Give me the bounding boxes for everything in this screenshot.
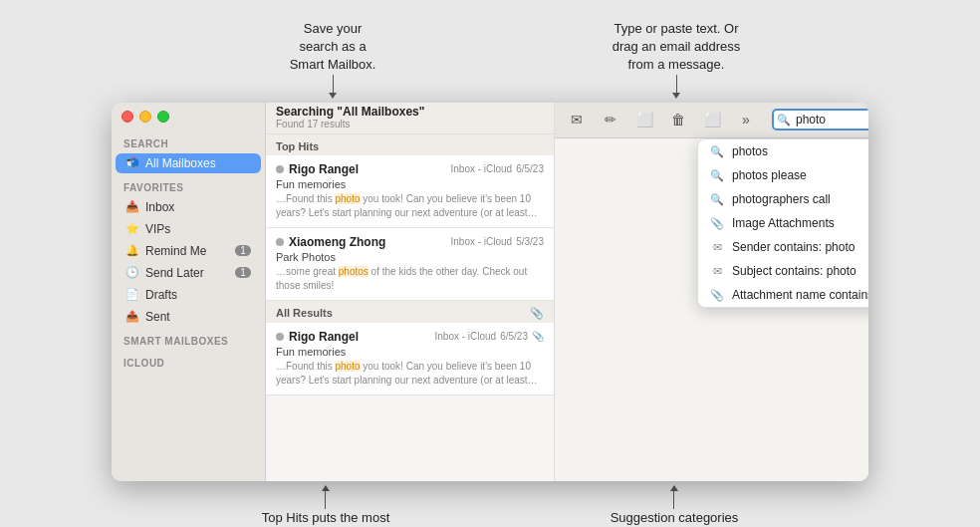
right-panel: ✉ ✏ ⬜ 🗑 ⬜ » 🔍 ✕ 🔍	[555, 103, 868, 481]
top-left-line	[333, 75, 334, 93]
bottom-left-annotation: Top Hits puts the most relevant results …	[262, 509, 390, 527]
top-right-arrow	[672, 93, 680, 99]
vip-icon: ⭐	[125, 222, 139, 236]
email-subject: Fun memories	[276, 346, 544, 358]
bottom-right-annotation: Suggestion categories vary by search.	[611, 509, 739, 527]
email-subject: Fun memories	[276, 178, 544, 190]
filter-icon[interactable]: ☺	[530, 103, 544, 105]
search-icon: 🔍	[710, 145, 724, 158]
attachment-icon: 📎	[710, 289, 724, 302]
dropdown-item-text: Image Attachments	[732, 216, 835, 230]
add-smart-mailbox-icon[interactable]: ⊕	[510, 103, 522, 105]
remind-badge: 1	[235, 245, 251, 256]
new-message-icon[interactable]: ✏	[597, 106, 624, 133]
sidebar-item-vips[interactable]: ⭐ VIPs	[116, 219, 261, 239]
email-list-panel: ⊕ ☺ Searching "All Mailboxes" Found 17 r…	[266, 103, 555, 481]
sidebar-item-drafts[interactable]: 📄 Drafts	[116, 285, 261, 305]
email-item[interactable]: Rigo Rangel Inbox - iCloud 6/5/23 Fun me…	[266, 155, 554, 228]
sent-icon: 📤	[125, 310, 139, 324]
delete-icon[interactable]: 🗑	[664, 106, 692, 133]
sidebar-item-label: Inbox	[145, 200, 174, 214]
sidebar: Search 📬 All Mailboxes Favorites 📥 Inbox…	[112, 103, 266, 481]
more-icon[interactable]: »	[732, 106, 760, 133]
top-left-annotation: Save your search as a Smart Mailbox.	[290, 20, 376, 75]
sidebar-item-label: Remind Me	[145, 244, 206, 258]
compose-icon[interactable]: ✉	[563, 106, 591, 133]
envelope-icon: ✉	[710, 241, 724, 254]
send-later-icon: 🕒	[125, 266, 139, 280]
unread-dot	[276, 238, 284, 246]
envelope-icon: ✉	[710, 265, 724, 278]
email-meta: Inbox - iCloud 5/3/23	[450, 236, 544, 247]
toolbar: ✉ ✏ ⬜ 🗑 ⬜ » 🔍 ✕ 🔍	[555, 103, 868, 138]
archive-icon[interactable]: ⬜	[630, 106, 658, 133]
email-item[interactable]: Rigo Rangel Inbox - iCloud 6/5/23 📎 Fun …	[266, 323, 554, 395]
sidebar-item-label: Drafts	[145, 288, 177, 302]
email-meta: Inbox - iCloud 6/5/23	[450, 163, 544, 174]
top-right-annotation: Type or paste text. Or drag an email add…	[612, 20, 741, 75]
sidebar-item-all-mailboxes[interactable]: 📬 All Mailboxes	[116, 153, 261, 173]
send-later-badge: 1	[235, 267, 251, 278]
unread-dot	[276, 333, 284, 341]
traffic-lights	[122, 111, 169, 123]
mail-window: Search 📬 All Mailboxes Favorites 📥 Inbox…	[112, 103, 868, 481]
dropdown-item-text: Sender contains: photo	[732, 240, 855, 254]
dropdown-item[interactable]: ✉ Subject contains: photo	[698, 259, 868, 283]
drafts-icon: 📄	[125, 288, 139, 302]
bottom-left-line	[325, 491, 326, 509]
email-sender: Rigo Rangel	[289, 162, 359, 176]
unread-dot	[276, 165, 284, 173]
dropdown-item[interactable]: 📎 Image Attachments	[698, 211, 868, 235]
email-preview: …Found this photo you took! Can you beli…	[276, 192, 544, 220]
attachment-icon: 📎	[710, 217, 724, 230]
dropdown-item[interactable]: 🔍 photos please	[698, 163, 868, 187]
close-button[interactable]	[122, 111, 133, 123]
email-sender: Rigo Rangel	[289, 330, 359, 344]
search-section-label: Search	[112, 131, 265, 152]
dropdown-item-text: Attachment name contains: photo	[732, 288, 868, 302]
search-icon: 🔍	[710, 193, 724, 206]
email-preview: …some great photos of the kids the other…	[276, 265, 544, 293]
email-subject: Park Photos	[276, 251, 544, 263]
sidebar-item-sent[interactable]: 📤 Sent	[116, 307, 261, 327]
sidebar-item-inbox[interactable]: 📥 Inbox	[116, 197, 261, 217]
found-count: Found 17 results	[276, 119, 544, 130]
sidebar-item-label: All Mailboxes	[145, 156, 216, 170]
email-sender: Xiaomeng Zhong	[289, 235, 385, 249]
fullscreen-button[interactable]	[157, 111, 169, 123]
top-hits-header: Top Hits	[266, 134, 554, 155]
sidebar-item-label: Sent	[145, 310, 170, 324]
bottom-right-line	[673, 491, 674, 509]
favorites-section-label: Favorites	[112, 174, 265, 196]
searching-title: Searching "All Mailboxes"	[276, 105, 544, 119]
search-bar-container: 🔍 ✕ 🔍 photos 🔍 photos please	[772, 109, 868, 131]
email-preview: …Found this photo you took! Can you beli…	[276, 360, 544, 388]
sidebar-item-label: Send Later	[145, 266, 204, 280]
top-left-arrow	[329, 93, 337, 99]
dropdown-item[interactable]: ✉ Sender contains: photo	[698, 235, 868, 259]
email-meta: Inbox - iCloud 6/5/23 📎	[434, 331, 544, 342]
smart-mailboxes-label: Smart Mailboxes	[112, 328, 265, 350]
all-results-header: All Results 📎	[266, 301, 554, 323]
dropdown-item[interactable]: 🔍 photographers call	[698, 187, 868, 211]
dropdown-item-text: Subject contains: photo	[732, 264, 857, 278]
sidebar-item-remind-me[interactable]: 🔔 Remind Me 1	[116, 241, 261, 261]
mailbox-icon: 📬	[125, 156, 139, 170]
top-right-line	[676, 75, 677, 93]
dropdown-item[interactable]: 📎 Attachment name contains: photo	[698, 283, 868, 307]
email-list-header: ⊕ ☺ Searching "All Mailboxes" Found 17 r…	[266, 103, 554, 134]
search-dropdown: 🔍 photos 🔍 photos please 🔍 photographers…	[697, 138, 868, 308]
dropdown-item-text: photographers call	[732, 192, 831, 206]
dropdown-item-text: photos	[732, 144, 768, 158]
dropdown-item[interactable]: 🔍 photos	[698, 139, 868, 163]
search-icon: 🔍	[710, 169, 724, 182]
search-icon: 🔍	[777, 114, 791, 127]
sidebar-item-label: VIPs	[145, 222, 170, 236]
remind-icon: 🔔	[125, 244, 139, 258]
icloud-label: iCloud	[112, 350, 265, 372]
email-item[interactable]: Xiaomeng Zhong Inbox - iCloud 5/3/23 Par…	[266, 228, 554, 301]
minimize-button[interactable]	[139, 111, 151, 123]
sidebar-item-send-later[interactable]: 🕒 Send Later 1	[116, 263, 261, 283]
move-icon[interactable]: ⬜	[698, 106, 726, 133]
dropdown-item-text: photos please	[732, 168, 807, 182]
